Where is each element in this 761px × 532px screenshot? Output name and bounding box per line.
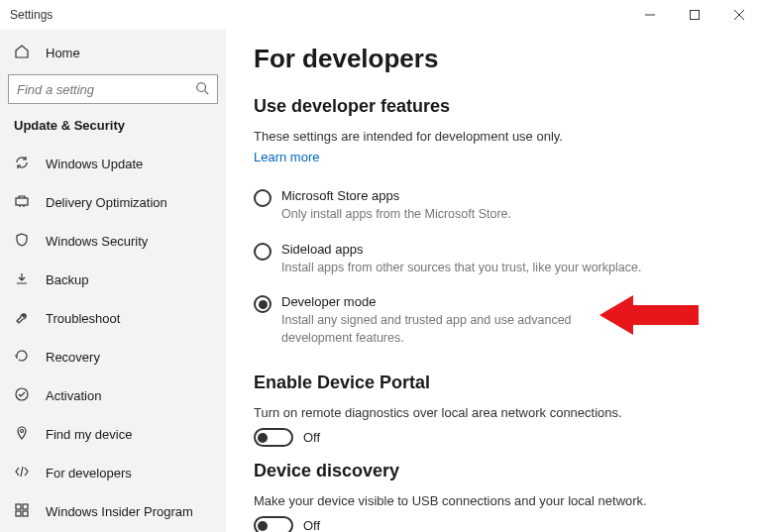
learn-more-link[interactable]: Learn more — [254, 150, 319, 164]
radio-desc: Only install apps from the Microsoft Sto… — [281, 206, 731, 224]
sidebar-item-for-developers[interactable]: For developers — [0, 454, 226, 492]
svg-rect-6 — [16, 198, 28, 205]
minimize-button[interactable] — [627, 0, 672, 30]
sidebar-item-delivery-optimization[interactable]: Delivery Optimization — [0, 183, 226, 222]
sidebar-item-label: Find my device — [46, 427, 132, 442]
sidebar-item-activation[interactable]: Activation — [0, 376, 226, 415]
radio-icon — [254, 243, 272, 261]
wrench-icon — [14, 309, 30, 328]
radio-microsoft-store-apps[interactable]: Microsoft Store apps Only install apps f… — [254, 182, 731, 236]
sidebar-item-label: Activation — [46, 388, 101, 403]
developer-icon — [14, 464, 30, 482]
close-button[interactable] — [716, 0, 761, 30]
device-discovery-toggle[interactable] — [254, 516, 293, 532]
radio-label: Microsoft Store apps — [281, 188, 731, 203]
sidebar-item-label: Recovery — [46, 350, 100, 365]
sidebar-item-label: Windows Security — [46, 234, 148, 249]
main-content: For developers Use developer features Th… — [226, 30, 761, 532]
features-heading: Use developer features — [254, 96, 731, 117]
svg-point-8 — [21, 430, 24, 433]
home-icon — [14, 44, 30, 62]
radio-sideload-apps[interactable]: Sideload apps Install apps from other so… — [254, 236, 731, 289]
device-portal-heading: Enable Device Portal — [254, 372, 731, 393]
device-portal-toggle-label: Off — [303, 430, 320, 445]
device-discovery-toggle-label: Off — [303, 518, 320, 532]
svg-point-4 — [197, 82, 206, 91]
sidebar-item-backup[interactable]: Backup — [0, 261, 226, 299]
svg-rect-10 — [23, 504, 28, 509]
delivery-icon — [14, 193, 30, 212]
search-field[interactable] — [17, 82, 195, 97]
device-portal-toggle[interactable] — [254, 428, 293, 447]
svg-rect-1 — [690, 11, 699, 20]
radio-label: Sideload apps — [281, 242, 731, 257]
radio-icon — [254, 295, 272, 313]
nav-list: Windows Update Delivery Optimization Win… — [0, 145, 226, 532]
check-icon — [14, 386, 30, 405]
home-label: Home — [46, 46, 80, 60]
svg-line-5 — [205, 90, 209, 94]
sidebar: Home Update & Security Windows Update De… — [0, 30, 226, 532]
window-controls — [627, 0, 761, 30]
radio-desc: Install any signed and trusted app and u… — [281, 312, 608, 347]
device-discovery-desc: Make your device visible to USB connecti… — [254, 493, 731, 508]
sidebar-item-label: Windows Update — [46, 157, 143, 171]
backup-icon — [14, 270, 30, 289]
sidebar-heading: Update & Security — [0, 118, 226, 145]
svg-rect-11 — [16, 511, 21, 516]
device-discovery-heading: Device discovery — [254, 461, 731, 481]
sidebar-item-windows-update[interactable]: Windows Update — [0, 145, 226, 183]
sidebar-item-label: Troubleshoot — [46, 311, 120, 326]
sidebar-item-label: For developers — [46, 466, 132, 480]
shield-icon — [14, 232, 30, 251]
recovery-icon — [14, 348, 30, 367]
features-intro: These settings are intended for developm… — [254, 129, 731, 144]
sidebar-item-windows-security[interactable]: Windows Security — [0, 222, 226, 261]
device-portal-desc: Turn on remote diagnostics over local ar… — [254, 405, 731, 420]
sidebar-item-recovery[interactable]: Recovery — [0, 338, 226, 376]
radio-label: Developer mode — [281, 294, 731, 309]
page-title: For developers — [254, 44, 731, 74]
insider-icon — [14, 502, 30, 521]
search-icon — [195, 81, 209, 98]
sidebar-item-label: Delivery Optimization — [46, 195, 167, 210]
radio-icon — [254, 189, 272, 207]
sidebar-item-label: Windows Insider Program — [46, 504, 193, 519]
sync-icon — [14, 155, 30, 173]
sidebar-item-find-my-device[interactable]: Find my device — [0, 415, 226, 454]
location-icon — [14, 425, 30, 444]
radio-desc: Install apps from other sources that you… — [281, 260, 731, 277]
home-nav[interactable]: Home — [0, 36, 226, 74]
svg-point-7 — [16, 388, 28, 400]
svg-rect-9 — [16, 504, 21, 509]
sidebar-item-windows-insider[interactable]: Windows Insider Program — [0, 492, 226, 531]
window-title: Settings — [10, 8, 53, 22]
search-input[interactable] — [8, 74, 218, 104]
maximize-button[interactable] — [672, 0, 716, 30]
titlebar: Settings — [0, 0, 761, 30]
svg-rect-12 — [23, 511, 28, 516]
radio-developer-mode[interactable]: Developer mode Install any signed and tr… — [254, 288, 731, 359]
sidebar-item-troubleshoot[interactable]: Troubleshoot — [0, 299, 226, 338]
sidebar-item-label: Backup — [46, 272, 88, 287]
